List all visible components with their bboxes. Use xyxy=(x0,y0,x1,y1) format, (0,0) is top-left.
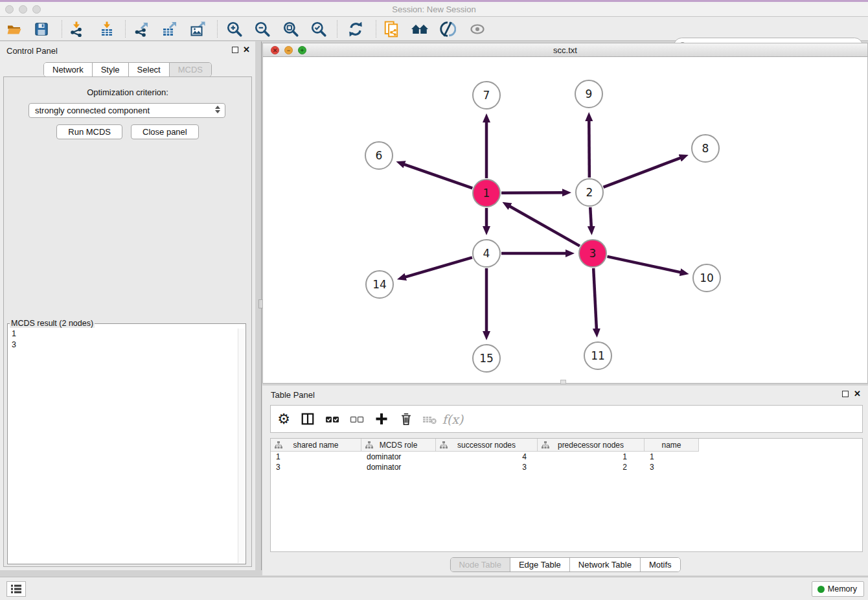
tab-motifs[interactable]: Motifs xyxy=(641,558,680,571)
graph-node-label-6: 6 xyxy=(376,149,383,162)
column-header-MCDS-role[interactable]: MCDS role xyxy=(361,439,436,452)
table-cell[interactable]: dominator xyxy=(361,462,436,472)
table-cell[interactable]: dominator xyxy=(361,452,436,462)
table-row[interactable]: 3dominator323 xyxy=(271,462,862,472)
eye-icon xyxy=(468,21,486,37)
graph-node-label-2: 2 xyxy=(586,186,593,199)
main-toolbar xyxy=(0,17,868,41)
network-from-file-button[interactable] xyxy=(381,19,403,39)
graph-edge-3-1[interactable] xyxy=(510,206,580,246)
application-window: Session: New Session xyxy=(0,0,868,600)
mcds-result-group: MCDS result (2 nodes) 1 3 xyxy=(7,319,246,564)
window-title: Session: New Session xyxy=(0,5,868,14)
graph-edge-4-14[interactable] xyxy=(405,257,472,277)
save-icon xyxy=(34,21,49,37)
delete-table-button[interactable] xyxy=(418,406,440,432)
graph-edge-2-3[interactable] xyxy=(590,207,591,227)
column-header-successor-nodes[interactable]: successor nodes xyxy=(436,439,538,452)
dropdown-stepper-icon xyxy=(215,106,220,113)
table-row[interactable]: 1dominator411 xyxy=(271,452,862,462)
table-cell[interactable]: 3 xyxy=(271,462,361,472)
export-image-button[interactable] xyxy=(187,19,209,39)
tab-network[interactable]: Network xyxy=(44,63,93,76)
table-cell[interactable]: 3 xyxy=(436,462,538,472)
show-columns-button[interactable] xyxy=(297,406,319,432)
tab-select[interactable]: Select xyxy=(129,63,170,76)
close-table-panel-icon[interactable]: ✕ xyxy=(854,389,861,398)
zoom-selected-button[interactable] xyxy=(308,19,330,39)
show-graphics-button[interactable] xyxy=(466,19,488,39)
run-mcds-button[interactable]: Run MCDS xyxy=(56,124,122,139)
control-panel-header: Control Panel ✕ xyxy=(0,41,255,60)
table-cell[interactable]: 2 xyxy=(538,462,645,472)
table-cell[interactable]: 1 xyxy=(271,452,361,462)
refresh-layout-button[interactable] xyxy=(345,19,367,39)
list-icon xyxy=(10,584,22,594)
network-file-icon xyxy=(383,21,400,38)
table-options-button[interactable]: ⚙ xyxy=(273,406,295,432)
titlebar: Session: New Session xyxy=(0,0,868,17)
close-panel-icon[interactable]: ✕ xyxy=(243,45,250,54)
zoom-out-button[interactable] xyxy=(251,19,273,39)
graph-edge-3-11[interactable] xyxy=(593,268,597,329)
hide-graphics-button[interactable] xyxy=(437,19,459,39)
optimization-criterion-select[interactable]: strongly connected component xyxy=(29,103,225,118)
graph-edge-2-8[interactable] xyxy=(604,158,681,187)
graph-node-label-15: 15 xyxy=(479,352,494,365)
table-cell[interactable]: 1 xyxy=(645,452,699,462)
memory-status-icon xyxy=(817,586,825,593)
zoom-fit-icon xyxy=(282,21,299,38)
tab-node-table[interactable]: Node Table xyxy=(450,558,510,571)
deselect-all-columns-button[interactable] xyxy=(346,406,368,432)
delete-table-icon xyxy=(422,411,437,427)
column-header-predecessor-nodes[interactable]: predecessor nodes xyxy=(538,439,645,452)
table-cell[interactable]: 3 xyxy=(645,462,699,472)
close-panel-button[interactable]: Close panel xyxy=(131,124,199,139)
checked-boxes-icon xyxy=(325,411,340,427)
table-cell[interactable]: 1 xyxy=(538,452,645,462)
memory-button[interactable]: Memory xyxy=(812,581,864,597)
graph-edge-3-10[interactable] xyxy=(607,257,680,272)
tab-network-table[interactable]: Network Table xyxy=(570,558,641,571)
delete-column-button[interactable] xyxy=(395,406,417,432)
control-panel: Control Panel ✕ Network Style Select MCD… xyxy=(0,41,255,570)
zoom-fit-button[interactable] xyxy=(280,19,302,39)
import-network-button[interactable] xyxy=(65,19,87,39)
home-layout-button[interactable] xyxy=(409,19,431,39)
save-session-button[interactable] xyxy=(30,19,52,39)
open-file-button[interactable] xyxy=(3,19,25,39)
import-table-button[interactable] xyxy=(96,19,118,39)
tab-mcds[interactable]: MCDS xyxy=(170,63,211,76)
unchecked-boxes-icon xyxy=(349,411,365,427)
task-history-button[interactable] xyxy=(6,581,26,597)
import-table-icon xyxy=(99,21,115,37)
network-graph[interactable]: 7968124314101511 xyxy=(263,57,867,383)
graph-node-label-14: 14 xyxy=(372,278,387,291)
graph-edge-1-6[interactable] xyxy=(404,165,473,189)
select-all-columns-button[interactable] xyxy=(321,406,343,432)
column-header-shared-name[interactable]: shared name xyxy=(271,439,361,452)
export-network-button[interactable] xyxy=(130,19,152,39)
column-header-name[interactable]: name xyxy=(645,439,699,452)
float-table-panel-icon[interactable] xyxy=(842,391,849,397)
zoom-out-icon xyxy=(254,21,271,38)
table-panel-title: Table Panel xyxy=(271,390,315,400)
graph-node-label-3: 3 xyxy=(589,247,597,260)
graph-edge-1-2[interactable] xyxy=(501,192,563,193)
zoom-in-button[interactable] xyxy=(223,19,246,39)
network-resize-grip[interactable] xyxy=(560,380,566,384)
network-window-header[interactable]: ✕ − + scc.txt xyxy=(263,43,867,57)
apply-function-button[interactable]: f(x) xyxy=(442,406,464,432)
graph-edge-2-9[interactable] xyxy=(589,121,589,178)
mcds-result-text[interactable]: 1 3 xyxy=(8,328,237,564)
float-panel-icon[interactable] xyxy=(232,47,238,53)
refresh-icon xyxy=(347,21,364,38)
result-scrollbar[interactable] xyxy=(238,329,245,563)
table-panel-header: Table Panel ✕ xyxy=(262,386,868,404)
export-table-button[interactable] xyxy=(158,19,180,39)
add-column-button[interactable] xyxy=(371,406,393,432)
tab-edge-table[interactable]: Edge Table xyxy=(510,558,570,571)
table-cell[interactable]: 4 xyxy=(436,452,538,462)
tab-style[interactable]: Style xyxy=(93,63,129,76)
network-window: ✕ − + scc.txt 7968124314101511 xyxy=(262,43,868,384)
